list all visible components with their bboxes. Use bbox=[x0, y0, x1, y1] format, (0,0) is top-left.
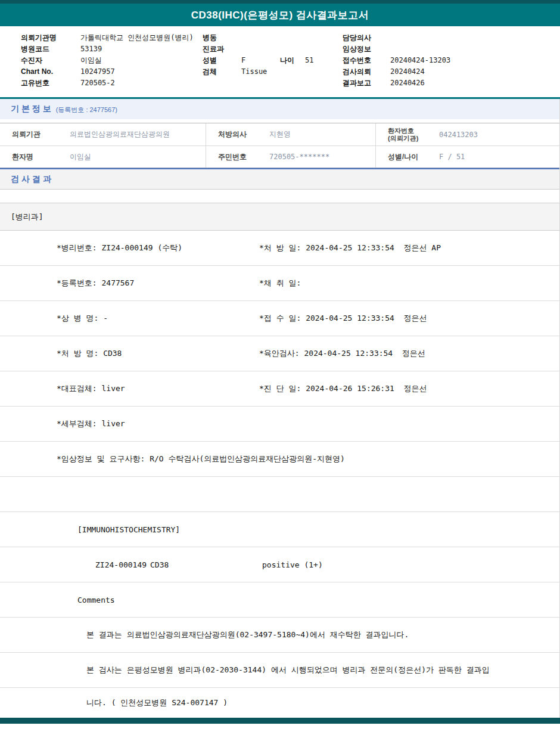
field-label: 담당의사 bbox=[343, 32, 390, 44]
result-field-right: *처 방 일: 2024-04-25 12:33:54 정은선 AP bbox=[259, 243, 559, 253]
cell-label: 성별/나이 bbox=[375, 146, 438, 168]
field-value: F bbox=[241, 55, 280, 66]
header-field-row: 진료과 bbox=[203, 44, 313, 55]
header-field-row: 담당의사 bbox=[343, 32, 450, 44]
result-field-left: *등록번호: 2477567 bbox=[57, 278, 259, 289]
comment-row: 니다. ( 인천성모병원 S24-007147 ) bbox=[0, 688, 559, 718]
basic-info-table: 의뢰기관 의료법인삼광의료재단삼광의원 처방의사 지현영 환자번호 (의뢰기관)… bbox=[0, 123, 559, 168]
field-label: 검사의뢰 bbox=[343, 66, 390, 77]
patient-header-middle-column: 병동 진료과 성별F나이51 검체Tissue bbox=[203, 32, 313, 77]
empty-row bbox=[0, 477, 559, 512]
department-label: [병리과] bbox=[11, 212, 43, 222]
field-value: 이임실 bbox=[80, 55, 102, 66]
result-row: *상 병 명: - *접 수 일: 2024-04-25 12:33:54 정은… bbox=[0, 301, 559, 336]
header-field-row: 병원코드53139 bbox=[21, 44, 194, 55]
cell-value: 720505-******* bbox=[268, 146, 375, 168]
ihc-header-row: [IMMUNOHISTOCHEMISTRY] bbox=[0, 512, 559, 547]
patient-header-left-column: 의뢰기관명가톨릭대학교 인천성모병원(병리) 병원코드53139 수진자이임실 … bbox=[21, 32, 194, 89]
cell-label: 의뢰기관 bbox=[0, 123, 69, 145]
header-field-row: Chart No.10247957 bbox=[21, 66, 194, 77]
field-value: Tissue bbox=[241, 66, 267, 77]
basic-info-section-header: 기 본 정 보 (등록번호 : 2477567) bbox=[0, 99, 559, 119]
field-label: 병동 bbox=[203, 32, 241, 44]
field-label: 접수번호 bbox=[343, 55, 390, 66]
result-field-right: *육안검사: 2024-04-25 12:33:54 정은선 bbox=[259, 348, 559, 359]
ihc-result-row: ZI24-000149 CD38 positive (1+) bbox=[0, 547, 559, 582]
comment-row: 본 결과는 의료법인삼광의료재단삼광의원(02-3497-5180~4)에서 재… bbox=[0, 618, 559, 653]
cell-value: 의료법인삼광의료재단삼광의원 bbox=[69, 123, 206, 145]
cell-value: 042413203 bbox=[438, 123, 559, 145]
comments-label: Comments bbox=[77, 596, 115, 604]
ihc-section-header: [IMMUNOHISTOCHEMISTRY] bbox=[77, 525, 180, 534]
field-label: 검체 bbox=[203, 66, 241, 77]
result-field-left: *임상정보 및 요구사항: R/O 수탁검사(의료법인삼광의료재단삼광의원-지현… bbox=[57, 454, 345, 464]
field-value: 53139 bbox=[80, 44, 102, 55]
field-value: 가톨릭대학교 인천성모병원(병리) bbox=[80, 32, 194, 44]
result-row: *병리번호: ZI24-000149 (수탁) *처 방 일: 2024-04-… bbox=[0, 231, 559, 266]
cell-value: 지현영 bbox=[268, 123, 375, 145]
cell-label: 처방의사 bbox=[206, 123, 268, 145]
comments-header-row: Comments bbox=[0, 582, 559, 618]
result-field-left: *대표검체: liver bbox=[57, 383, 259, 394]
field-value: 720505-2 bbox=[80, 77, 115, 89]
bottom-border-bar bbox=[0, 718, 560, 724]
patient-header-right-column: 담당의사 임상정보 접수번호20240424-13203 검사의뢰2024042… bbox=[343, 32, 450, 89]
field-label: 고유번호 bbox=[21, 77, 80, 89]
result-field-left: *상 병 명: - bbox=[57, 313, 259, 324]
field-label: 의뢰기관명 bbox=[21, 32, 80, 44]
field-label: 결과보고 bbox=[343, 77, 390, 89]
report-title: CD38(IHC)(은평성모) 검사결과보고서 bbox=[191, 8, 369, 22]
report-body: 기 본 정 보 (등록번호 : 2477567) 의뢰기관 의료법인삼광의료재단… bbox=[0, 99, 560, 718]
field-label: 병원코드 bbox=[21, 44, 80, 55]
result-row: *처 방 명: CD38 *육안검사: 2024-04-25 12:33:54 … bbox=[0, 336, 559, 371]
result-field-left: *병리번호: ZI24-000149 (수탁) bbox=[57, 243, 259, 253]
table-row: 의뢰기관 의료법인삼광의료재단삼광의원 처방의사 지현영 환자번호 (의뢰기관)… bbox=[0, 123, 559, 145]
cell-label: 환자번호 (의뢰기관) bbox=[375, 123, 438, 145]
header-field-row: 고유번호720505-2 bbox=[21, 77, 194, 89]
basic-info-title: 기 본 정 보 bbox=[11, 104, 51, 114]
result-field-left: *세부검체: liver bbox=[57, 418, 259, 429]
cell-value: 이임실 bbox=[69, 146, 206, 168]
field-value: 51 bbox=[305, 55, 313, 66]
field-value: 20240424 bbox=[390, 66, 425, 77]
header-field-row: 성별F나이51 bbox=[203, 55, 313, 66]
field-value: 20240424-13203 bbox=[390, 55, 450, 66]
cell-label-line: 환자번호 bbox=[388, 127, 414, 135]
result-field-right: *채 취 일: bbox=[259, 278, 559, 289]
header-field-row: 검체Tissue bbox=[203, 66, 313, 77]
cell-value: F / 51 bbox=[438, 146, 559, 168]
report-title-band: CD38(IHC)(은평성모) 검사결과보고서 bbox=[0, 4, 560, 26]
field-value: 10247957 bbox=[80, 66, 115, 77]
header-field-row: 의뢰기관명가톨릭대학교 인천성모병원(병리) bbox=[21, 32, 194, 44]
header-field-row: 검사의뢰20240424 bbox=[343, 66, 450, 77]
header-field-row: 수진자이임실 bbox=[21, 55, 194, 66]
results-title: 검 사 결 과 bbox=[11, 174, 51, 185]
result-row: *등록번호: 2477567 *채 취 일: bbox=[0, 266, 559, 301]
registration-number-note: (등록번호 : 2477567) bbox=[56, 104, 117, 114]
result-row: *대표검체: liver *진 단 일: 2024-04-26 15:26:31… bbox=[0, 371, 559, 407]
comment-line: 본 검사는 은평성모병원 병리과(02-2030-3144) 에서 시행되었으며… bbox=[86, 665, 490, 675]
department-row: [병리과] bbox=[0, 203, 559, 231]
test-name: CD38 bbox=[150, 560, 262, 569]
comment-row: 본 검사는 은평성모병원 병리과(02-2030-3144) 에서 시행되었으며… bbox=[0, 653, 559, 688]
cell-label: 주민번호 bbox=[206, 146, 268, 168]
results-section-header: 검 사 결 과 bbox=[0, 168, 559, 190]
comment-line: 본 결과는 의료법인삼광의료재단삼광의원(02-3497-5180~4)에서 재… bbox=[86, 630, 409, 640]
field-label: 나이 bbox=[280, 55, 305, 66]
specimen-number: ZI24-000149 bbox=[95, 560, 150, 569]
header-field-row: 결과보고20240426 bbox=[343, 77, 450, 89]
test-result: positive (1+) bbox=[262, 560, 559, 569]
result-field-right: *접 수 일: 2024-04-25 12:33:54 정은선 bbox=[259, 313, 559, 324]
comment-line: 니다. ( 인천성모병원 S24-007147 ) bbox=[86, 697, 228, 708]
field-value: 20240426 bbox=[390, 77, 425, 89]
header-field-row: 접수번호20240424-13203 bbox=[343, 55, 450, 66]
result-field-right: *진 단 일: 2024-04-26 15:26:31 정은선 bbox=[259, 383, 559, 394]
result-row: *임상정보 및 요구사항: R/O 수탁검사(의료법인삼광의료재단삼광의원-지현… bbox=[0, 442, 559, 477]
cell-label-line: (의뢰기관) bbox=[388, 135, 418, 142]
field-label: 임상정보 bbox=[343, 44, 390, 55]
field-label: Chart No. bbox=[21, 66, 80, 77]
patient-header: 의뢰기관명가톨릭대학교 인천성모병원(병리) 병원코드53139 수진자이임실 … bbox=[0, 26, 560, 99]
field-label: 수진자 bbox=[21, 55, 80, 66]
spacer bbox=[0, 190, 559, 203]
result-row: *세부검체: liver bbox=[0, 407, 559, 442]
